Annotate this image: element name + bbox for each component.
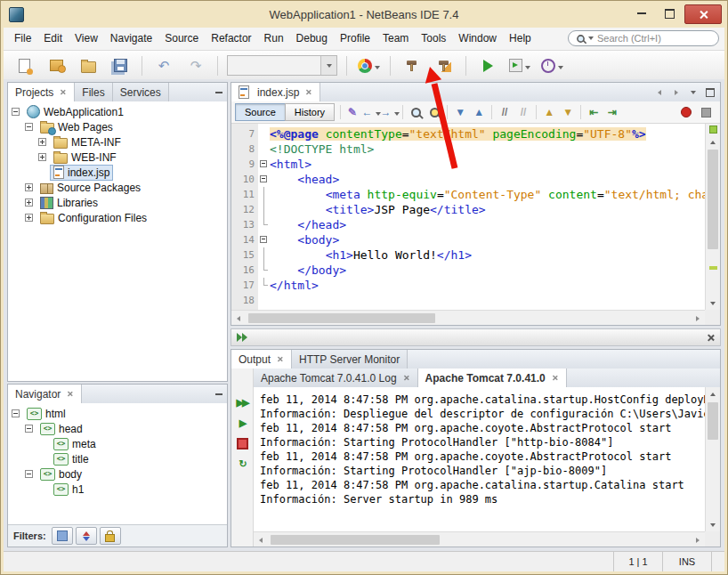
close-button[interactable] [684, 4, 722, 24]
debug-project-button[interactable] [505, 53, 535, 78]
console-horizontal-scrollbar[interactable] [254, 531, 705, 547]
last-edit-button[interactable]: ✎ [344, 103, 361, 121]
rerun-button[interactable]: ▶▶ [234, 395, 250, 410]
clean-build-project-button[interactable] [429, 53, 459, 78]
code-text[interactable] [270, 293, 705, 308]
console-vertical-scrollbar[interactable] [705, 387, 720, 531]
find-selection-button[interactable] [407, 103, 425, 121]
collapse-toggle-icon[interactable] [25, 470, 33, 478]
editor-tab-index-jsp[interactable]: index.jsp [231, 83, 320, 101]
save-all-button[interactable] [105, 53, 135, 78]
project-node-index-jsp[interactable]: index.jsp [8, 165, 227, 180]
project-node-libraries[interactable]: Libraries [8, 195, 227, 210]
console-tab-apache-tomcat-7-0-41-0-log[interactable]: Apache Tomcat 7.0.41.0 Log [254, 368, 418, 387]
expand-toggle-icon[interactable] [25, 183, 33, 191]
expand-toggle-icon[interactable] [38, 153, 46, 161]
tab-navigator[interactable]: Navigator [8, 385, 82, 403]
menu-window[interactable]: Window [452, 28, 503, 50]
undo-button[interactable]: ↶ [149, 53, 179, 78]
code-text[interactable]: <h1>Hello World!</h1> [270, 247, 705, 263]
scroll-right-button[interactable] [691, 533, 705, 547]
stop-server-button[interactable] [234, 436, 250, 451]
scroll-right-button[interactable] [691, 312, 705, 325]
menu-run[interactable]: Run [258, 28, 290, 50]
quick-search-box[interactable]: Search (Ctrl+I) [568, 30, 719, 46]
start-macro-recording-button[interactable] [677, 103, 695, 121]
project-node-web-inf[interactable]: WEB-INF [8, 150, 227, 165]
project-node-configuration-files[interactable]: Configuration Files [8, 210, 227, 225]
scrollbar-thumb[interactable] [271, 535, 440, 545]
menu-tools[interactable]: Tools [415, 28, 452, 50]
close-tab-icon[interactable] [60, 89, 66, 95]
menu-file[interactable]: File [8, 28, 37, 50]
scroll-up-button[interactable] [706, 387, 720, 401]
scrollbar-thumb[interactable] [248, 313, 435, 323]
build-project-button[interactable] [397, 53, 427, 78]
tab-services[interactable]: Services [113, 83, 169, 101]
scrollbar-thumb[interactable] [708, 150, 718, 249]
filter-sort-button[interactable] [76, 527, 97, 545]
redo-button[interactable]: ↷ [181, 53, 211, 78]
tab-http-server-monitor[interactable]: HTTP Server Monitor [292, 350, 408, 368]
stop-macro-recording-button[interactable] [697, 103, 715, 121]
collapsed-splitter-bar[interactable] [231, 328, 721, 346]
uncomment-button[interactable]: // [514, 103, 532, 121]
project-node-web-pages[interactable]: Web Pages [8, 119, 227, 134]
minimize-panel-button[interactable] [211, 83, 227, 101]
console-output[interactable]: feb 11, 2014 8:47:58 PM org.apache.catal… [254, 387, 705, 531]
code-text[interactable]: <meta http-equiv="Content-Type" content=… [270, 187, 705, 202]
menu-refactor[interactable]: Refactor [205, 28, 257, 50]
collapse-toggle-icon[interactable] [25, 123, 33, 131]
scroll-down-button[interactable] [706, 296, 720, 310]
expand-toggle-icon[interactable] [25, 214, 33, 222]
navigator-node-html[interactable]: html [8, 406, 227, 421]
close-tab-icon[interactable] [67, 391, 73, 397]
collapse-toggle-icon[interactable] [25, 425, 33, 433]
navigator-node-meta[interactable]: meta [8, 436, 227, 451]
code-editor[interactable]: 7<%@page contentType="text/html" pageEnc… [231, 124, 705, 310]
menu-source[interactable]: Source [158, 28, 205, 50]
highlight-selection-button[interactable] [425, 103, 443, 121]
new-project-button[interactable] [41, 53, 71, 78]
fold-toggle-icon[interactable] [258, 232, 270, 247]
close-tab-icon[interactable] [277, 356, 283, 362]
back-button[interactable]: ← [362, 103, 380, 121]
editor-horizontal-scrollbar[interactable] [231, 310, 705, 325]
combo-dropdown-button[interactable] [320, 56, 336, 75]
next-bookmark-button[interactable]: ▼ [559, 103, 577, 121]
expand-toggle-icon[interactable] [38, 138, 46, 146]
previous-bookmark-button[interactable]: ▲ [540, 103, 558, 121]
filter-lock-button[interactable] [100, 527, 121, 545]
maximize-editor-button[interactable] [703, 85, 716, 99]
expand-panel-icon[interactable] [237, 333, 249, 342]
navigator-node-body[interactable]: body [8, 466, 227, 482]
scroll-down-button[interactable] [706, 518, 720, 531]
minimize-panel-button[interactable] [211, 385, 227, 403]
fold-toggle-icon[interactable] [258, 172, 270, 187]
navigator-node-title[interactable]: title [8, 451, 227, 466]
code-text[interactable]: <!DOCTYPE html> [270, 142, 705, 157]
menu-help[interactable]: Help [503, 28, 538, 50]
scroll-left-button[interactable] [254, 533, 268, 547]
code-text[interactable]: </body> [270, 263, 705, 278]
tab-output[interactable]: Output [231, 350, 292, 368]
browser-chrome-button[interactable] [353, 53, 384, 78]
code-text[interactable]: </head> [270, 217, 705, 232]
collapse-toggle-icon[interactable] [12, 409, 20, 417]
run-project-button[interactable] [473, 53, 503, 78]
project-node-source-packages[interactable]: Source Packages [8, 180, 227, 195]
editor-vertical-scrollbar[interactable] [705, 124, 720, 310]
refresh-button[interactable]: ↻ [234, 457, 250, 472]
rerun-debug-button[interactable]: ▶ [234, 416, 250, 431]
close-tab-icon[interactable] [306, 89, 312, 95]
open-project-button[interactable] [73, 53, 103, 78]
scrollbar-thumb[interactable] [708, 402, 718, 440]
menu-edit[interactable]: Edit [37, 28, 69, 50]
scroll-tabs-right-button[interactable] [669, 85, 683, 99]
expand-toggle-icon[interactable] [25, 198, 33, 207]
comment-button[interactable]: // [496, 103, 514, 121]
navigator-node-h1[interactable]: h1 [8, 482, 227, 497]
tab-list-button[interactable] [686, 85, 700, 99]
view-source-button[interactable]: Source [235, 103, 286, 121]
scroll-up-button[interactable] [706, 135, 720, 149]
